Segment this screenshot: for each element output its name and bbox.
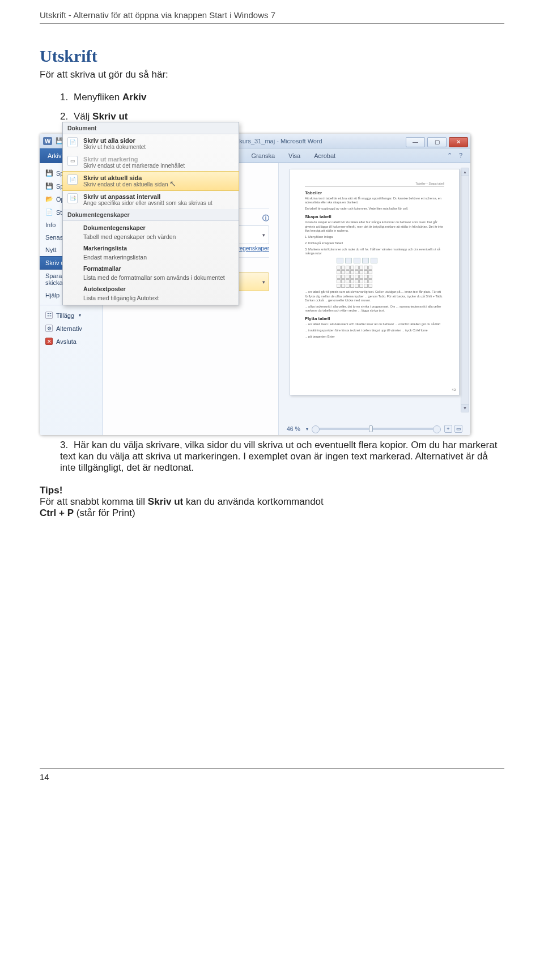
ribbon-collapse-icon[interactable]: ⌃ [445,152,453,159]
tab-visa[interactable]: Visa [282,148,307,163]
help-icon[interactable]: ? [457,152,465,159]
scroll-up-icon[interactable]: ▲ [461,168,469,176]
dd-autotext[interactable]: Autotextposter [63,282,239,293]
addins-icon: ☷ [45,312,53,319]
print-preview: ▲ ▼ Tabeller – Skapa tabell Tabeller Att… [279,163,470,435]
tips-head: Tips! [40,485,504,496]
dd-styles[interactable]: Formatmallar [63,262,239,273]
zoom-page-icon[interactable]: ▭ [454,425,462,433]
cursor-icon: ↖ [169,179,176,188]
dd-markup-list[interactable]: Markeringslista [63,241,239,253]
dd-current-page[interactable]: 📄 Skriv ut aktuell sidaSkriv endast ut d… [63,172,239,190]
zoom-fit-icon[interactable]: + [444,425,452,433]
range-icon: 📑 [67,193,78,203]
page-icon: 📄 [67,174,78,185]
exit-icon: ✕ [45,338,53,345]
tab-granska[interactable]: Granska [244,148,282,163]
tips-block: Tips! För att snabbt komma till Skriv ut… [40,485,504,519]
dd-styles-sub: Lista med de formatmallar som används i … [63,273,239,282]
zoom-slider[interactable] [316,428,436,430]
page-header: Utskrift - Alternativ för att öppna via … [40,0,504,24]
zoom-knob[interactable] [369,425,373,432]
dd-autotext-sub: Lista med tillgänglig Autotext [63,293,239,305]
step-3: 3.Här kan du välja skrivare, vilka sidor… [60,440,504,474]
preview-page: Tabeller – Skapa tabell Tabeller Att skr… [290,169,460,395]
intro-text: För att skriva ut gör du så här: [40,69,504,80]
dd-selection: ▭ Skriv ut markeringSkriv endast ut det … [63,153,239,172]
chevron-down-icon: ▾ [262,279,265,285]
steps-list-continued: 3.Här kan du välja skrivare, vilka sidor… [60,440,504,474]
preview-scrollbar[interactable]: ▲ ▼ [461,168,469,412]
close-file-icon: 📄 [45,208,53,216]
step-1: 1.Menyfliken Arkiv [60,92,504,103]
nav-tillagg[interactable]: ☷Tillägg▾ [40,309,103,322]
scroll-down-icon[interactable]: ▼ [461,404,469,412]
tips-line-1: För att snabbt komma till Skriv ut kan d… [40,496,504,508]
dd-doc-props[interactable]: Dokumentegenskaper [63,221,239,232]
steps-list: 1.Menyfliken Arkiv 2.Välj Skriv ut [60,92,504,122]
info-icon[interactable]: ⓘ [262,214,269,223]
chevron-down-icon: ▾ [262,232,265,238]
backstage: 💾Spara 💾Spara som 📂Öppna 📄Stäng Info Sen… [40,163,470,435]
dd-custom-range[interactable]: 📑 Skriv ut anpassat intervallAnge specif… [63,190,239,209]
tab-acrobat[interactable]: Acrobat [307,148,342,163]
pages-icon: 📄 [67,137,78,147]
options-icon: ⚙ [45,325,53,332]
zoom-dropdown-icon[interactable]: ▾ [306,427,308,432]
dd-all-pages[interactable]: 📄 Skriv ut alla sidorSkriv ut hela dokum… [63,134,239,153]
preview-page-number: 43 [452,388,456,391]
save-icon: 💾 [45,169,53,177]
nav-alternativ[interactable]: ⚙Alternativ [40,322,103,335]
page-footer: 14 [40,768,504,782]
tips-line-2: Ctrl + P (står för Print) [40,508,504,519]
page-title: Utskrift [40,46,504,66]
print-range-dropdown: Dokument 📄 Skriv ut alla sidorSkriv ut h… [62,134,239,305]
save-as-icon: 💾 [45,182,53,190]
word-screenshot: W 💾 ↶ ↷ ▾ Word_2010_grundkurs_31_maj - M… [40,134,470,435]
step-2: 2.Välj Skriv ut [60,111,504,122]
dropdown-header-props: Dokumentegenskaper [63,209,239,221]
open-icon: 📂 [45,195,53,203]
zoom-value[interactable]: 46 % [287,425,300,432]
selection-icon: ▭ [67,156,78,166]
dd-markup-list-sub: Endast markeringslistan [63,253,239,262]
zoom-bar: 46 % ▾ + ▭ [287,425,462,433]
nav-avsluta[interactable]: ✕Avsluta [40,335,103,348]
dd-doc-props-sub: Tabell med egenskaper och värden [63,232,239,241]
chevron-down-icon: ▾ [79,313,81,318]
